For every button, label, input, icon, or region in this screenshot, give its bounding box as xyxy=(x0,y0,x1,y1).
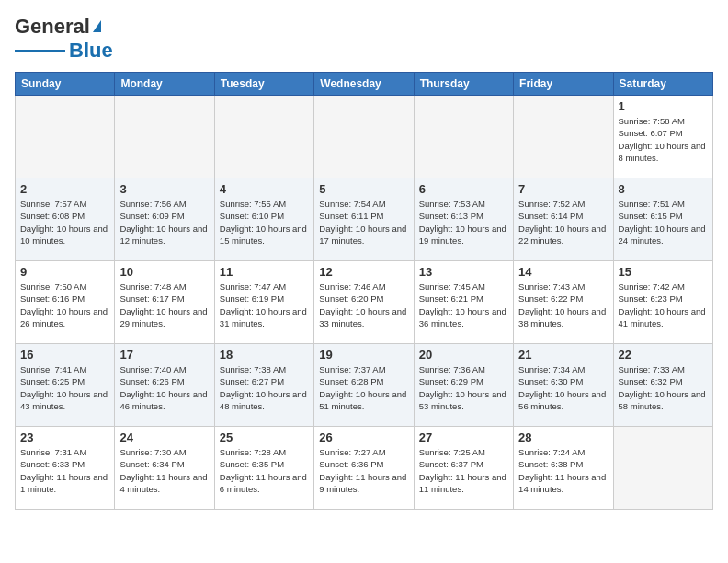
day-number: 8 xyxy=(619,182,708,196)
day-number: 14 xyxy=(518,265,608,279)
day-info: Sunrise: 7:50 AMSunset: 6:16 PMDaylight:… xyxy=(20,281,109,329)
logo-triangle-icon xyxy=(93,20,101,32)
calendar-cell: 6Sunrise: 7:53 AMSunset: 6:13 PMDaylight… xyxy=(414,178,513,261)
day-info: Sunrise: 7:58 AMSunset: 6:07 PMDaylight:… xyxy=(619,115,708,164)
logo-underline xyxy=(15,50,65,52)
day-number: 2 xyxy=(20,182,109,196)
logo: General Blue xyxy=(15,15,113,63)
day-number: 9 xyxy=(20,265,109,279)
day-number: 10 xyxy=(119,265,209,279)
weekday-header: Monday xyxy=(115,73,214,96)
day-number: 25 xyxy=(220,431,309,444)
logo-blue: Blue xyxy=(69,39,113,63)
day-number: 17 xyxy=(119,348,209,362)
day-info: Sunrise: 7:56 AMSunset: 6:09 PMDaylight:… xyxy=(119,198,209,247)
calendar-cell: 4Sunrise: 7:55 AMSunset: 6:10 PMDaylight… xyxy=(214,178,313,261)
day-info: Sunrise: 7:36 AMSunset: 6:29 PMDaylight:… xyxy=(419,363,508,412)
day-number: 19 xyxy=(319,348,408,362)
calendar-cell: 7Sunrise: 7:52 AMSunset: 6:14 PMDaylight… xyxy=(514,178,613,261)
day-info: Sunrise: 7:30 AMSunset: 6:34 PMDaylight:… xyxy=(119,446,209,495)
calendar-cell: 23Sunrise: 7:31 AMSunset: 6:33 PMDayligh… xyxy=(16,427,115,510)
calendar-cell: 28Sunrise: 7:24 AMSunset: 6:38 PMDayligh… xyxy=(514,427,613,510)
day-number: 15 xyxy=(619,265,708,279)
calendar-cell: 22Sunrise: 7:33 AMSunset: 6:32 PMDayligh… xyxy=(613,344,712,427)
day-number: 28 xyxy=(518,431,608,444)
day-number: 6 xyxy=(419,182,508,196)
day-number: 5 xyxy=(319,182,408,196)
calendar-cell: 11Sunrise: 7:47 AMSunset: 6:19 PMDayligh… xyxy=(214,261,313,344)
day-info: Sunrise: 7:51 AMSunset: 6:15 PMDaylight:… xyxy=(619,198,708,247)
calendar-cell: 5Sunrise: 7:54 AMSunset: 6:11 PMDaylight… xyxy=(314,178,414,261)
day-info: Sunrise: 7:28 AMSunset: 6:35 PMDaylight:… xyxy=(220,446,309,495)
day-info: Sunrise: 7:57 AMSunset: 6:08 PMDaylight:… xyxy=(20,198,109,247)
weekday-header: Thursday xyxy=(414,73,513,96)
day-info: Sunrise: 7:43 AMSunset: 6:22 PMDaylight:… xyxy=(518,281,608,329)
day-info: Sunrise: 7:25 AMSunset: 6:37 PMDaylight:… xyxy=(419,446,508,495)
day-number: 24 xyxy=(119,431,209,444)
day-number: 23 xyxy=(20,431,109,444)
day-info: Sunrise: 7:34 AMSunset: 6:30 PMDaylight:… xyxy=(518,363,608,412)
day-info: Sunrise: 7:33 AMSunset: 6:32 PMDaylight:… xyxy=(619,363,708,412)
day-info: Sunrise: 7:31 AMSunset: 6:33 PMDaylight:… xyxy=(20,446,109,495)
calendar-cell: 16Sunrise: 7:41 AMSunset: 6:25 PMDayligh… xyxy=(16,344,115,427)
day-info: Sunrise: 7:47 AMSunset: 6:19 PMDaylight:… xyxy=(220,281,309,329)
day-number: 11 xyxy=(220,265,309,279)
day-info: Sunrise: 7:46 AMSunset: 6:20 PMDaylight:… xyxy=(319,281,408,329)
day-info: Sunrise: 7:24 AMSunset: 6:38 PMDaylight:… xyxy=(518,446,608,495)
day-number: 3 xyxy=(119,182,209,196)
day-info: Sunrise: 7:42 AMSunset: 6:23 PMDaylight:… xyxy=(619,281,708,329)
day-number: 13 xyxy=(419,265,508,279)
day-info: Sunrise: 7:45 AMSunset: 6:21 PMDaylight:… xyxy=(419,281,508,329)
day-number: 18 xyxy=(220,348,309,362)
calendar-cell: 26Sunrise: 7:27 AMSunset: 6:36 PMDayligh… xyxy=(314,427,414,510)
calendar-cell: 14Sunrise: 7:43 AMSunset: 6:22 PMDayligh… xyxy=(514,261,613,344)
calendar-cell: 17Sunrise: 7:40 AMSunset: 6:26 PMDayligh… xyxy=(115,344,214,427)
day-number: 20 xyxy=(419,348,508,362)
calendar-cell: 3Sunrise: 7:56 AMSunset: 6:09 PMDaylight… xyxy=(115,178,214,261)
calendar-cell xyxy=(514,96,613,178)
calendar-cell: 15Sunrise: 7:42 AMSunset: 6:23 PMDayligh… xyxy=(613,261,712,344)
calendar-cell: 18Sunrise: 7:38 AMSunset: 6:27 PMDayligh… xyxy=(214,344,313,427)
weekday-header: Saturday xyxy=(613,73,712,96)
calendar-cell xyxy=(414,96,513,178)
day-info: Sunrise: 7:27 AMSunset: 6:36 PMDaylight:… xyxy=(319,446,408,495)
day-number: 12 xyxy=(319,265,408,279)
calendar-cell: 9Sunrise: 7:50 AMSunset: 6:16 PMDaylight… xyxy=(16,261,115,344)
calendar-cell xyxy=(115,96,214,178)
calendar-cell: 21Sunrise: 7:34 AMSunset: 6:30 PMDayligh… xyxy=(514,344,613,427)
calendar-cell xyxy=(214,96,313,178)
day-info: Sunrise: 7:41 AMSunset: 6:25 PMDaylight:… xyxy=(20,363,109,412)
calendar-cell xyxy=(314,96,414,178)
calendar-cell: 24Sunrise: 7:30 AMSunset: 6:34 PMDayligh… xyxy=(115,427,214,510)
day-number: 21 xyxy=(518,348,608,362)
weekday-header: Sunday xyxy=(16,73,115,96)
day-info: Sunrise: 7:53 AMSunset: 6:13 PMDaylight:… xyxy=(419,198,508,247)
day-number: 22 xyxy=(619,348,708,362)
calendar-cell: 2Sunrise: 7:57 AMSunset: 6:08 PMDaylight… xyxy=(16,178,115,261)
day-info: Sunrise: 7:55 AMSunset: 6:10 PMDaylight:… xyxy=(220,198,309,247)
calendar-cell: 27Sunrise: 7:25 AMSunset: 6:37 PMDayligh… xyxy=(414,427,513,510)
weekday-header: Tuesday xyxy=(214,73,313,96)
calendar-cell: 19Sunrise: 7:37 AMSunset: 6:28 PMDayligh… xyxy=(314,344,414,427)
day-info: Sunrise: 7:48 AMSunset: 6:17 PMDaylight:… xyxy=(119,281,209,329)
day-info: Sunrise: 7:40 AMSunset: 6:26 PMDaylight:… xyxy=(119,363,209,412)
weekday-header: Wednesday xyxy=(314,73,414,96)
day-number: 16 xyxy=(20,348,109,362)
day-info: Sunrise: 7:38 AMSunset: 6:27 PMDaylight:… xyxy=(220,363,309,412)
calendar-cell: 8Sunrise: 7:51 AMSunset: 6:15 PMDaylight… xyxy=(613,178,712,261)
page-header: General Blue xyxy=(15,15,713,63)
weekday-header: Friday xyxy=(514,73,613,96)
day-number: 7 xyxy=(518,182,608,196)
calendar-cell xyxy=(613,427,712,510)
day-number: 26 xyxy=(319,431,408,444)
day-number: 1 xyxy=(619,99,708,113)
day-info: Sunrise: 7:37 AMSunset: 6:28 PMDaylight:… xyxy=(319,363,408,412)
calendar-cell xyxy=(16,96,115,178)
calendar-cell: 12Sunrise: 7:46 AMSunset: 6:20 PMDayligh… xyxy=(314,261,414,344)
calendar-cell: 20Sunrise: 7:36 AMSunset: 6:29 PMDayligh… xyxy=(414,344,513,427)
calendar-cell: 10Sunrise: 7:48 AMSunset: 6:17 PMDayligh… xyxy=(115,261,214,344)
logo-general: General xyxy=(15,15,90,39)
calendar-table: SundayMondayTuesdayWednesdayThursdayFrid… xyxy=(15,72,713,510)
day-info: Sunrise: 7:54 AMSunset: 6:11 PMDaylight:… xyxy=(319,198,408,247)
calendar-cell: 13Sunrise: 7:45 AMSunset: 6:21 PMDayligh… xyxy=(414,261,513,344)
